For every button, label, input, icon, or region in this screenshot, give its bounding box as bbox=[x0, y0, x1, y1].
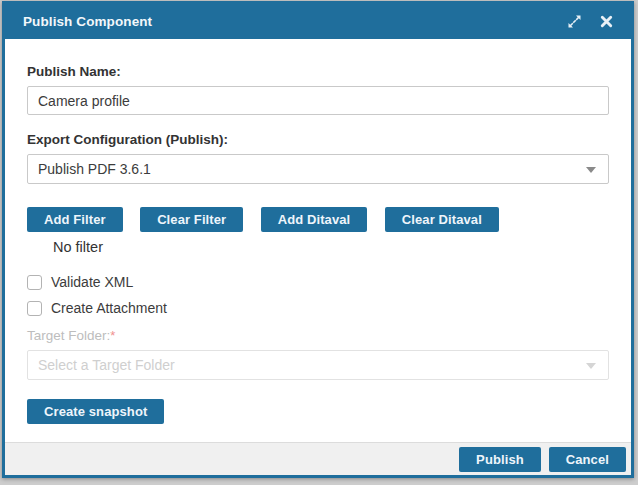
create-snapshot-button[interactable]: Create snapshot bbox=[27, 399, 164, 424]
export-config-select[interactable]: Publish PDF 3.6.1 bbox=[27, 154, 609, 184]
dialog-footer: Publish Cancel bbox=[5, 442, 631, 475]
caret-down-icon bbox=[586, 167, 596, 173]
publish-component-dialog: Publish Component Publish Name: Export C… bbox=[2, 1, 634, 478]
dialog-titlebar: Publish Component bbox=[5, 4, 631, 39]
create-attachment-label: Create Attachment bbox=[51, 300, 167, 316]
add-filter-button[interactable]: Add Filter bbox=[27, 207, 123, 232]
filter-button-row: Add Filter Clear Filter Add Ditaval Clea… bbox=[27, 207, 609, 232]
create-attachment-row: Create Attachment bbox=[27, 300, 609, 316]
snapshot-row: Create snapshot bbox=[27, 399, 609, 424]
caret-down-icon bbox=[586, 363, 596, 369]
dialog-title: Publish Component bbox=[23, 14, 551, 29]
filter-status-text: No filter bbox=[27, 239, 609, 255]
publish-name-input[interactable] bbox=[27, 86, 609, 115]
required-asterisk: * bbox=[110, 328, 115, 343]
checkbox-group: Validate XML Create Attachment bbox=[27, 274, 609, 316]
clear-filter-button[interactable]: Clear Filter bbox=[140, 207, 243, 232]
clear-ditaval-button[interactable]: Clear Ditaval bbox=[385, 207, 499, 232]
target-folder-label: Target Folder:* bbox=[27, 328, 609, 343]
export-config-selected-value: Publish PDF 3.6.1 bbox=[38, 161, 151, 177]
target-folder-select: Select a Target Folder bbox=[27, 350, 609, 380]
publish-name-label: Publish Name: bbox=[27, 64, 609, 79]
validate-xml-checkbox[interactable] bbox=[27, 275, 42, 290]
add-ditaval-button[interactable]: Add Ditaval bbox=[261, 207, 368, 232]
validate-xml-row: Validate XML bbox=[27, 274, 609, 290]
publish-button[interactable]: Publish bbox=[459, 447, 541, 472]
dialog-body: Publish Name: Export Configuration (Publ… bbox=[5, 39, 631, 442]
expand-icon[interactable] bbox=[566, 13, 583, 30]
close-icon[interactable] bbox=[598, 13, 615, 30]
target-folder-placeholder: Select a Target Folder bbox=[38, 357, 175, 373]
cancel-button[interactable]: Cancel bbox=[549, 447, 626, 472]
create-attachment-checkbox[interactable] bbox=[27, 301, 42, 316]
validate-xml-label: Validate XML bbox=[51, 274, 133, 290]
export-config-label: Export Configuration (Publish): bbox=[27, 132, 609, 147]
